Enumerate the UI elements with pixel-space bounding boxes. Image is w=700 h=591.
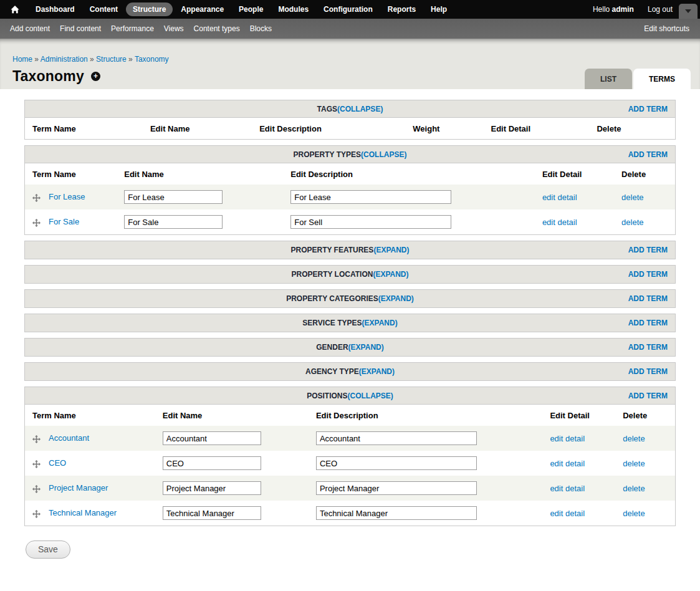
term-link[interactable]: For Sale [49,217,79,226]
section-toggle-link[interactable]: (EXPAND) [359,367,395,376]
toolbar-item-dashboard[interactable]: Dashboard [29,2,82,16]
edit-detail-link[interactable]: edit detail [550,459,585,468]
add-term-link[interactable]: ADD TERM [628,339,668,356]
section-gender: GENDER(EXPAND)ADD TERM [24,338,676,357]
term-link[interactable]: Project Manager [49,483,108,492]
edit-detail-link[interactable]: edit detail [542,193,577,202]
delete-link[interactable]: delete [623,434,645,443]
shortcut-item-blocks[interactable]: Blocks [250,24,272,33]
term-link[interactable]: Accountant [49,433,89,443]
section-toggle-link[interactable]: (EXPAND) [378,294,414,303]
breadcrumb-link-taxonomy[interactable]: Taxonomy [135,55,169,64]
plus-circle-icon[interactable]: + [91,72,100,81]
edit-detail-link[interactable]: edit detail [550,509,585,518]
delete-link[interactable]: delete [623,509,645,518]
section-toggle-link[interactable]: (COLLAPSE) [361,150,406,159]
toolbar-menu: DashboardContentStructureAppearancePeopl… [29,2,455,16]
add-term-link[interactable]: ADD TERM [628,266,668,283]
section-header: GENDER(EXPAND)ADD TERM [25,339,675,356]
section-header-text: PROPERTY FEATURES(EXPAND) [290,246,409,254]
edit-detail-link[interactable]: edit detail [550,484,585,493]
toolbar-user-area: Hello admin Log out [593,0,673,19]
section-tags: TAGS(COLLAPSE)ADD TERMTerm NameEdit Name… [24,100,676,140]
term-link[interactable]: For Lease [49,192,85,201]
toolbar-item-content[interactable]: Content [83,2,125,16]
home-icon[interactable] [10,5,20,14]
add-term-link[interactable]: ADD TERM [628,387,668,405]
edit-description-input[interactable] [316,481,477,495]
section-toggle-link[interactable]: (EXPAND) [373,270,408,279]
section-header: PROPERTY FEATURES(EXPAND)ADD TERM [25,241,675,259]
shortcut-item-content-types[interactable]: Content types [194,24,240,33]
edit-name-input[interactable] [163,481,261,495]
edit-description-input[interactable] [316,456,477,470]
edit-name-input[interactable] [124,190,223,204]
edit-name-input[interactable] [163,431,261,445]
drag-handle-icon[interactable] [32,485,41,493]
section-property-location: PROPERTY LOCATION(EXPAND)ADD TERM [24,265,676,284]
edit-detail-link[interactable]: edit detail [542,218,577,227]
toolbar-item-help[interactable]: Help [424,2,454,16]
section-header-text: GENDER(EXPAND) [316,343,383,352]
edit-name-input[interactable] [163,506,261,520]
term-link[interactable]: CEO [49,458,66,468]
drag-handle-icon[interactable] [32,435,41,443]
section-service-types: SERVICE TYPES(EXPAND)ADD TERM [24,314,676,332]
toolbar-item-modules[interactable]: Modules [271,2,315,16]
section-property-types: PROPERTY TYPES(COLLAPSE)ADD TERMTerm Nam… [24,145,676,235]
section-toggle-link[interactable]: (COLLAPSE) [337,105,383,113]
section-toggle-link[interactable]: (EXPAND) [373,246,409,254]
toolbar-item-reports[interactable]: Reports [381,2,423,16]
toolbar-item-configuration[interactable]: Configuration [317,2,380,16]
shortcut-item-views[interactable]: Views [164,24,184,33]
edit-name-input[interactable] [124,215,223,229]
edit-description-input[interactable] [290,190,451,204]
breadcrumb-link-administration[interactable]: Administration [41,55,88,64]
add-term-link[interactable]: ADD TERM [628,241,668,259]
tab-terms[interactable]: TERMS [633,69,691,89]
drag-handle-icon[interactable] [32,194,41,202]
term-link[interactable]: Technical Manager [49,508,117,517]
add-term-link[interactable]: ADD TERM [628,100,668,118]
shortcut-item-performance[interactable]: Performance [111,24,154,33]
section-toggle-link[interactable]: (COLLAPSE) [348,392,393,400]
delete-link[interactable]: delete [621,193,643,202]
section-header: SERVICE TYPES(EXPAND)ADD TERM [25,314,675,332]
save-button[interactable]: Save [26,541,70,559]
edit-name-input[interactable] [163,456,261,470]
section-property-features: PROPERTY FEATURES(EXPAND)ADD TERM [24,241,676,259]
add-term-link[interactable]: ADD TERM [628,363,668,380]
toolbar-toggle-button[interactable] [679,4,698,19]
drag-handle-icon[interactable] [32,460,41,468]
edit-description-input[interactable] [316,506,477,520]
drag-handle-icon[interactable] [32,510,41,518]
delete-link[interactable]: delete [623,459,645,468]
edit-shortcuts-link[interactable]: Edit shortcuts [644,24,689,33]
toolbar-item-structure[interactable]: Structure [126,2,173,16]
edit-description-input[interactable] [290,215,451,229]
breadcrumb-separator: » [88,55,96,64]
breadcrumb-link-home[interactable]: Home [12,55,32,64]
shortcut-item-find-content[interactable]: Find content [60,24,101,33]
section-title: SERVICE TYPES [302,319,362,327]
section-toggle-link[interactable]: (EXPAND) [348,343,384,352]
delete-link[interactable]: delete [623,484,645,493]
edit-detail-link[interactable]: edit detail [550,434,585,443]
shortcut-item-add-content[interactable]: Add content [10,24,50,33]
toolbar-item-people[interactable]: People [232,2,270,16]
section-header-text: PROPERTY TYPES(COLLAPSE) [294,150,407,159]
edit-description-input[interactable] [316,431,477,445]
page-header-band: Home » Administration » Structure » Taxo… [0,39,700,89]
breadcrumb-link-structure[interactable]: Structure [96,55,127,64]
tab-list[interactable]: LIST [585,69,632,89]
add-term-link[interactable]: ADD TERM [628,290,668,307]
toolbar-item-appearance[interactable]: Appearance [174,2,231,16]
section-toggle-link[interactable]: (EXPAND) [362,319,398,327]
drag-handle-icon[interactable] [32,219,41,227]
add-term-link[interactable]: ADD TERM [628,146,668,163]
logout-link[interactable]: Log out [648,5,673,14]
delete-link[interactable]: delete [621,218,643,227]
sections: TAGS(COLLAPSE)ADD TERMTerm NameEdit Name… [24,100,676,526]
section-title: PROPERTY CATEGORIES [286,294,378,303]
add-term-link[interactable]: ADD TERM [628,314,668,332]
